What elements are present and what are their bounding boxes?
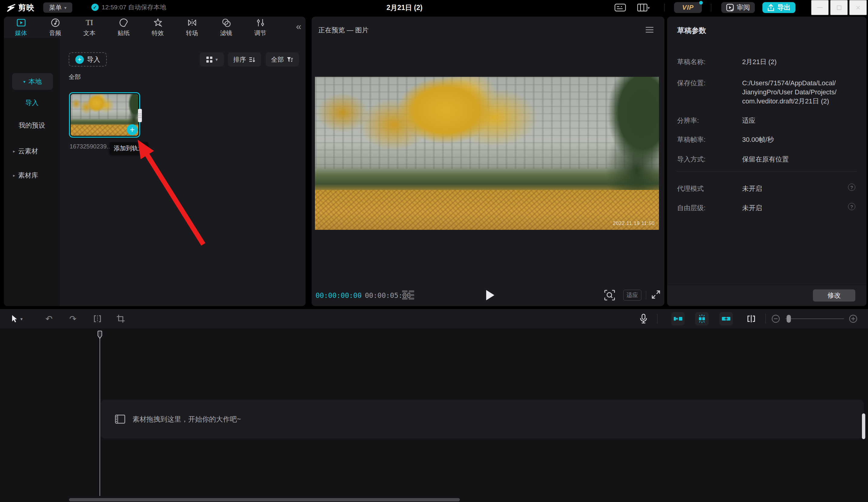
menu-button[interactable]: 菜单 ▾ xyxy=(43,2,72,13)
modify-button[interactable]: 修改 xyxy=(813,290,855,302)
media-library-panel: 媒体 音频 TI 文本 贴纸 特效 xyxy=(4,17,306,306)
tab-label: 调节 xyxy=(255,29,267,37)
current-timecode: 00:00:00:00 xyxy=(316,292,362,300)
tab-media[interactable]: 媒体 xyxy=(4,17,38,38)
tab-label: 滤镜 xyxy=(220,29,232,37)
magnet-icon xyxy=(673,315,683,322)
hamburger-icon xyxy=(645,27,653,28)
divider xyxy=(657,314,658,324)
layout-switch-button[interactable]: ▾ xyxy=(633,2,654,13)
sort-icon xyxy=(248,56,256,63)
clip-drag-handle[interactable] xyxy=(138,109,142,122)
import-mode-value: 保留在原有位置 xyxy=(742,155,789,164)
media-clip-thumbnail[interactable]: + xyxy=(69,92,140,138)
tab-effects[interactable]: 特效 xyxy=(141,17,175,38)
window-title: 2月21日 (2) xyxy=(359,3,450,12)
close-button[interactable]: × xyxy=(849,0,867,15)
add-to-track-button[interactable]: + xyxy=(127,124,138,135)
export-label: 导出 xyxy=(777,3,790,12)
import-media-button[interactable]: + 导入 xyxy=(69,52,107,66)
timeline-zoom-slider-handle[interactable] xyxy=(787,315,791,323)
tab-text[interactable]: TI 文本 xyxy=(72,17,106,38)
divider xyxy=(711,4,711,11)
undo-button[interactable]: ↶ xyxy=(42,312,56,325)
tab-adjust[interactable]: 调节 xyxy=(243,17,277,38)
view-mode-button[interactable]: ▾ xyxy=(200,52,224,66)
zoom-out-icon xyxy=(771,314,780,323)
tab-label: 贴纸 xyxy=(118,29,130,37)
tab-transition[interactable]: 转场 xyxy=(175,17,209,38)
tab-audio[interactable]: 音频 xyxy=(38,17,72,38)
free-layer-label: 自由层级: xyxy=(677,203,705,212)
minimize-button[interactable] xyxy=(811,0,829,15)
sidebar-item-library[interactable]: ▸ 素材库 xyxy=(13,171,38,180)
fullscreen-button[interactable] xyxy=(650,289,661,300)
select-tool-button[interactable]: ▾ xyxy=(6,312,27,325)
timecode-separator: / xyxy=(359,292,361,300)
sidebar-item-label: 本地 xyxy=(29,77,42,86)
clip-filename: 16732590239... xyxy=(70,143,112,150)
section-label-all: 全部 xyxy=(69,73,81,81)
preview-quality-button[interactable] xyxy=(603,289,616,301)
save-location-line1: C:/Users/71574/AppData/Local/ xyxy=(742,79,862,88)
sort-button[interactable]: 排序 xyxy=(228,52,261,66)
main-track-magnet-button[interactable] xyxy=(671,312,685,325)
record-voiceover-button[interactable] xyxy=(637,312,650,325)
export-button[interactable]: 导出 xyxy=(762,2,795,13)
review-button[interactable]: 审阅 xyxy=(721,2,755,13)
preview-axis-button[interactable] xyxy=(745,312,758,325)
tab-label: 转场 xyxy=(186,29,198,37)
timeline-zoom-slider-track[interactable] xyxy=(785,318,844,319)
timeline-drop-zone[interactable]: 素材拖拽到这里，开始你的大作吧~ xyxy=(101,400,864,439)
effects-icon xyxy=(153,18,163,28)
asset-tabbar: 媒体 音频 TI 文本 贴纸 特效 xyxy=(4,17,306,38)
keyboard-shortcuts-button[interactable] xyxy=(613,2,627,13)
sidebar-item-import[interactable]: 导入 xyxy=(4,98,60,107)
chevron-collapsed-icon: ▸ xyxy=(13,149,15,154)
vertical-scrollbar[interactable] xyxy=(862,414,865,439)
filter-button[interactable]: 全部 xyxy=(266,52,299,66)
list-grid-icon xyxy=(402,290,415,301)
chevron-down-icon: ▾ xyxy=(64,6,66,10)
sidebar-item-presets[interactable]: 我的预设 xyxy=(4,121,60,130)
filter-label: 全部 xyxy=(271,55,284,64)
maximize-button[interactable] xyxy=(830,0,848,15)
save-location-label: 保存位置: xyxy=(677,79,705,88)
crop-button[interactable] xyxy=(114,312,127,325)
collapse-panel-button[interactable]: « xyxy=(296,21,301,32)
auto-snap-button[interactable] xyxy=(695,312,709,325)
vip-badge[interactable]: VIP xyxy=(674,2,702,13)
horizontal-scrollbar[interactable] xyxy=(69,498,460,501)
tab-filter[interactable]: 滤镜 xyxy=(209,17,243,38)
sidebar-item-cloud[interactable]: ▸ 云素材 xyxy=(13,147,38,156)
check-icon: ✓ xyxy=(91,4,99,11)
tab-sticker[interactable]: 贴纸 xyxy=(106,17,141,38)
grid-view-icon xyxy=(206,56,213,63)
vip-label: VIP xyxy=(682,4,694,11)
timeline-zoom-in-button[interactable] xyxy=(849,314,858,323)
play-button[interactable] xyxy=(484,289,497,302)
sidebar-item-local[interactable]: ▾ 本地 xyxy=(12,73,53,90)
preview-image: 2022.11.19 11:50 xyxy=(315,77,659,230)
media-sidebar: ▾ 本地 导入 我的预设 ▸ 云素材 ▸ 素材库 xyxy=(4,38,60,306)
autosave-status: ✓ 12:59:07 自动保存本地 xyxy=(91,3,166,11)
preview-menu-button[interactable] xyxy=(645,27,653,33)
linkage-button[interactable] xyxy=(720,312,733,325)
help-icon[interactable]: ? xyxy=(848,203,855,210)
media-strip-icon xyxy=(115,415,125,424)
framerate-value: 30.00帧/秒 xyxy=(742,135,774,144)
chevron-down-icon: ▾ xyxy=(215,57,218,62)
redo-button[interactable]: ↷ xyxy=(66,312,80,325)
adjust-icon xyxy=(255,18,266,28)
workspace-layout-icon xyxy=(637,4,648,11)
proxy-mode-value: 未开启 xyxy=(742,184,762,193)
help-icon[interactable]: ? xyxy=(848,184,855,191)
draft-params-panel: 草稿参数 草稿名称: 2月21日 (2) 保存位置: C:/Users/7157… xyxy=(667,17,867,306)
timeline-zoom-out-button[interactable] xyxy=(771,314,780,323)
photo-fallen-leaves xyxy=(315,190,659,230)
fit-mode-button[interactable]: 适应 xyxy=(623,290,641,301)
clip-list-button[interactable] xyxy=(402,290,415,301)
split-button[interactable] xyxy=(91,312,104,325)
playhead-line[interactable] xyxy=(100,331,100,496)
playhead-handle[interactable] xyxy=(97,331,103,339)
